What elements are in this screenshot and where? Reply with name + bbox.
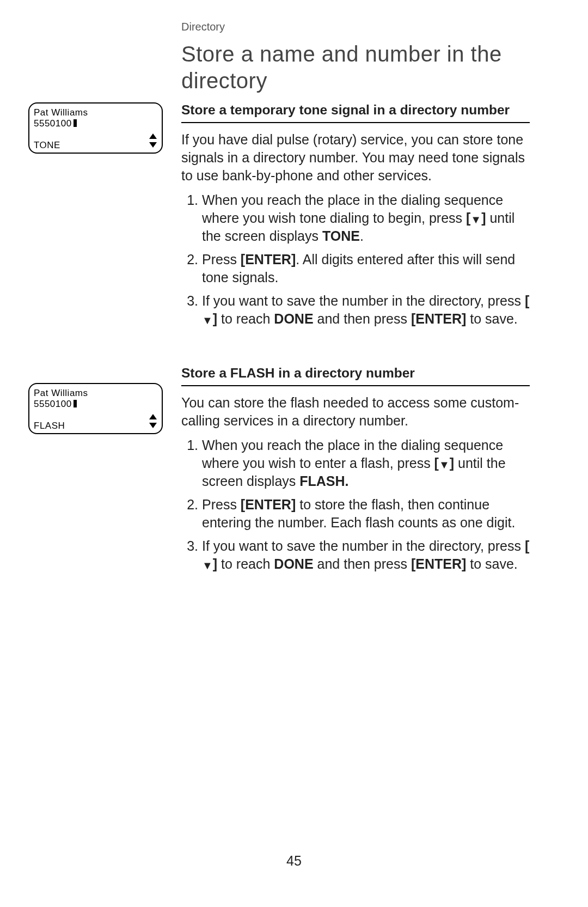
step-text: Press [202, 497, 241, 512]
paragraph: You can store the flash needed to access… [181, 394, 530, 430]
up-down-arrow-icon [149, 414, 157, 428]
step-text: Press [202, 252, 241, 267]
lcd-name-line: Pat Williams [34, 388, 88, 399]
main-column: Directory Store a name and number in the… [181, 21, 530, 579]
keyword: [ENTER] [411, 311, 466, 326]
list-item: When you reach the place in the dialing … [202, 436, 530, 490]
lcd-number-text: 5550100 [34, 399, 72, 409]
bracket: [ [525, 538, 529, 553]
bracket: [ [434, 455, 439, 471]
lcd-name-line: Pat Williams [34, 107, 88, 118]
down-arrow-icon: ▼ [470, 214, 481, 225]
bracket: ] [213, 311, 217, 326]
up-down-arrow-icon [149, 133, 157, 148]
keyword: FLASH. [299, 473, 348, 489]
lcd-figure-flash: Pat Williams 5550100 FLASH [28, 383, 163, 434]
lcd-number-line: 5550100 [34, 399, 77, 410]
list-item: Press [ENTER] to store the flash, then c… [202, 496, 530, 532]
bracket: [ [525, 293, 529, 308]
list-item: If you want to save the number in the di… [202, 292, 530, 328]
list-item: When you reach the place in the dialing … [202, 191, 530, 245]
bracket: [ [466, 210, 470, 226]
steps-list-tone: When you reach the place in the dialing … [181, 191, 530, 328]
list-item: Press [ENTER]. All digits entered after … [202, 251, 530, 287]
subhead-flash: Store a FLASH in a directory number [181, 364, 530, 386]
keyword: [ENTER] [241, 252, 296, 267]
keyword: TONE [322, 228, 360, 244]
bracket: ] [213, 556, 217, 571]
svg-marker-1 [149, 142, 157, 148]
step-text: to reach [217, 311, 274, 326]
step-text: and then press [314, 556, 411, 571]
down-arrow-icon: ▼ [202, 560, 213, 571]
lcd-figure-tone: Pat Williams 5550100 TONE [28, 102, 163, 154]
paragraph: If you have dial pulse (rotary) service,… [181, 131, 530, 185]
down-key: [▼] [434, 455, 454, 471]
cursor-icon [74, 119, 77, 127]
bracket: ] [450, 455, 454, 471]
page-number: 45 [0, 853, 588, 869]
step-text: to reach [217, 556, 274, 571]
down-arrow-icon: ▼ [202, 315, 213, 326]
step-text: If you want to save the number in the di… [202, 538, 525, 553]
svg-marker-2 [149, 414, 157, 419]
keyword: [ENTER] [411, 556, 466, 571]
svg-marker-3 [149, 423, 157, 428]
step-text: to save. [466, 311, 518, 326]
steps-list-flash: When you reach the place in the dialing … [181, 436, 530, 573]
list-item: If you want to save the number in the di… [202, 537, 530, 573]
down-key: [▼] [466, 210, 486, 226]
lcd-mode-line: FLASH [34, 421, 65, 431]
cursor-icon [74, 400, 77, 407]
step-text: When you reach the place in the dialing … [202, 192, 503, 226]
keyword: DONE [274, 556, 313, 571]
lcd-number-text: 5550100 [34, 118, 72, 129]
keyword: [ENTER] [241, 497, 296, 512]
subhead-tone: Store a temporary tone signal in a direc… [181, 101, 530, 123]
lcd-number-line: 5550100 [34, 118, 77, 129]
lcd-mode-line: TONE [34, 140, 60, 151]
section-label: Directory [181, 21, 530, 33]
down-arrow-icon: ▼ [439, 459, 450, 470]
svg-marker-0 [149, 133, 157, 139]
page-title: Store a name and number in the directory [181, 41, 530, 94]
step-text: If you want to save the number in the di… [202, 293, 525, 308]
step-text: . [360, 228, 364, 244]
keyword: DONE [274, 311, 313, 326]
step-text: and then press [314, 311, 411, 326]
step-text: to save. [466, 556, 518, 571]
